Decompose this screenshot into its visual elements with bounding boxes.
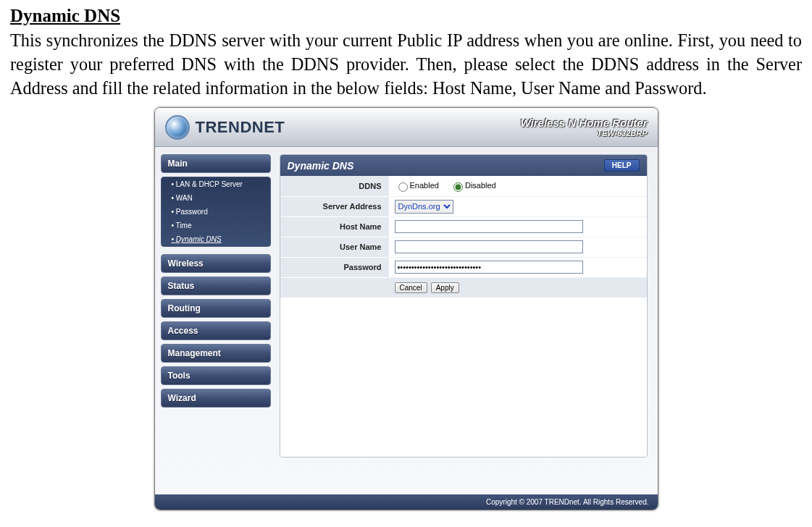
- sidebar-item-wan[interactable]: WAN: [164, 191, 270, 205]
- password-label: Password: [280, 257, 389, 277]
- sidebar-section-status[interactable]: Status: [161, 277, 271, 295]
- ddns-disabled-option[interactable]: Disabled: [450, 181, 496, 190]
- settings-panel: Dynamic DNS HELP DDNS Enabled Disabled: [280, 154, 648, 458]
- help-button[interactable]: HELP: [604, 159, 640, 172]
- sidebar-section-wireless[interactable]: Wireless: [161, 254, 271, 273]
- panel-header: Dynamic DNS HELP: [280, 155, 647, 176]
- sidebar-nav: Main LAN & DHCP Server WAN Password Time…: [155, 147, 277, 494]
- router-admin-panel: TRENDNET Wireless N Home Router TEW-632B…: [154, 107, 658, 510]
- ddns-enabled-text: Enabled: [410, 181, 439, 190]
- brand-logo-icon: [165, 115, 190, 140]
- ddns-enabled-radio[interactable]: [398, 182, 408, 192]
- sidebar-item-time[interactable]: Time: [164, 219, 270, 232]
- sidebar-item-password[interactable]: Password: [164, 205, 270, 219]
- router-footer: Copyright © 2007 TRENDnet. All Rights Re…: [155, 494, 658, 510]
- ddns-enabled-option[interactable]: Enabled: [395, 181, 439, 190]
- brand-text: TRENDNET: [196, 118, 285, 137]
- router-header: TRENDNET Wireless N Home Router TEW-632B…: [155, 108, 658, 147]
- password-input[interactable]: [395, 261, 583, 274]
- sidebar-section-wizard[interactable]: Wizard: [161, 389, 271, 408]
- apply-button[interactable]: Apply: [431, 282, 459, 293]
- product-name: Wireless N Home Router: [521, 117, 648, 129]
- user-name-label: User Name: [280, 237, 389, 257]
- sidebar-section-access[interactable]: Access: [161, 321, 271, 340]
- server-address-select[interactable]: DynDns.org: [395, 200, 453, 214]
- panel-title: Dynamic DNS: [288, 160, 354, 172]
- sidebar-item-lan-dhcp[interactable]: LAN & DHCP Server: [164, 177, 270, 191]
- server-address-label: Server Address: [280, 196, 389, 216]
- sidebar-section-management[interactable]: Management: [161, 344, 271, 363]
- user-name-input[interactable]: [395, 240, 583, 253]
- panel-empty-space: [280, 298, 647, 457]
- sidebar-section-routing[interactable]: Routing: [161, 299, 271, 318]
- page-title: Dynamic DNS: [10, 6, 802, 26]
- intro-paragraph: This synchronizes the DDNS server with y…: [10, 29, 802, 100]
- host-name-input[interactable]: [395, 220, 583, 233]
- cancel-button[interactable]: Cancel: [395, 282, 427, 293]
- sidebar-item-dynamic-dns[interactable]: Dynamic DNS: [164, 232, 270, 246]
- ddns-disabled-text: Disabled: [465, 181, 496, 190]
- sidebar-main-submenu: LAN & DHCP Server WAN Password Time Dyna…: [161, 177, 271, 247]
- model-number: TEW-632BRP: [521, 129, 648, 138]
- host-name-label: Host Name: [280, 216, 389, 237]
- brand-block: TRENDNET: [165, 115, 285, 140]
- sidebar-section-main[interactable]: Main: [161, 154, 271, 173]
- model-block: Wireless N Home Router TEW-632BRP: [521, 117, 648, 138]
- ddns-disabled-radio[interactable]: [453, 182, 463, 192]
- ddns-label: DDNS: [280, 176, 389, 196]
- sidebar-section-tools[interactable]: Tools: [161, 366, 271, 385]
